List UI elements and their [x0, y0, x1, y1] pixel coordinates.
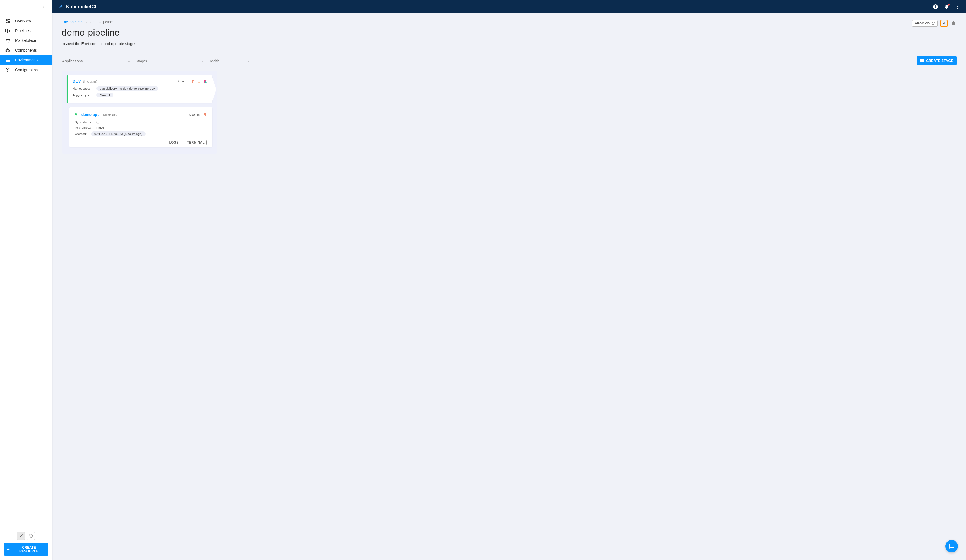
svg-rect-18 [923, 59, 924, 62]
sidebar-nav: Overview Pipelines Marketplace Component… [0, 13, 52, 529]
sidebar-item-label: Environments [15, 58, 39, 62]
breadcrumb-separator: / [86, 20, 87, 24]
stack-icon [4, 58, 12, 62]
cart-icon [4, 39, 12, 43]
sidebar-top: ‹ [0, 0, 52, 13]
notifications-button[interactable] [944, 4, 949, 10]
svg-point-8 [8, 41, 9, 43]
open-in-label: Open In: [177, 80, 188, 83]
sidebar-item-environments[interactable]: Environments [0, 55, 52, 65]
chevron-down-icon: ▼ [128, 60, 130, 63]
argo-cd-button[interactable]: ARGO CD [912, 20, 938, 26]
sidebar-item-label: Overview [15, 19, 31, 23]
sidebar-item-components[interactable]: Components [0, 45, 52, 55]
health-filter[interactable]: Health ▼ [208, 57, 251, 65]
svg-point-7 [7, 41, 8, 43]
page-title: demo-pipeline [62, 27, 138, 38]
kibana-icon[interactable] [204, 79, 207, 83]
svg-rect-17 [922, 59, 923, 62]
grafana-icon[interactable] [197, 79, 201, 83]
terminal-icon [207, 141, 207, 145]
sidebar-item-configuration[interactable]: Configuration [0, 65, 52, 75]
sidebar-collapse-icon[interactable]: ‹ [43, 4, 44, 10]
chat-icon [949, 543, 955, 549]
applications-filter[interactable]: Applications ▼ [62, 57, 131, 65]
breadcrumb-root[interactable]: Environments [62, 20, 83, 24]
plus-icon: ＋ [7, 547, 10, 552]
stage-panel: DEV (in-cluster) Open In: Namespace: edp… [62, 71, 217, 154]
health-filter-label: Health [209, 59, 219, 63]
create-resource-button[interactable]: ＋ CREATE RESOURCE [4, 543, 48, 556]
sidebar: ‹ Overview Pipelines Marketplace Compone… [0, 0, 53, 560]
svg-rect-1 [8, 19, 10, 20]
stage-card: DEV (in-cluster) Open In: Namespace: edp… [67, 76, 212, 103]
app-name[interactable]: demo-app [82, 112, 100, 117]
info-button[interactable]: i [933, 4, 938, 10]
sidebar-item-overview[interactable]: Overview [0, 16, 52, 26]
argo-cd-label: ARGO CD [915, 22, 930, 25]
sidebar-item-label: Pipelines [15, 28, 31, 33]
sidebar-item-label: Marketplace [15, 38, 36, 43]
app-build: build/NaN [104, 113, 117, 116]
logs-icon [181, 141, 181, 145]
more-menu-button[interactable] [955, 4, 960, 10]
brand[interactable]: KuberocketCI [58, 4, 96, 10]
sidebar-item-label: Components [15, 48, 37, 53]
chat-fab[interactable] [945, 540, 958, 552]
argo-icon[interactable] [203, 113, 207, 117]
dashboard-icon [4, 19, 12, 23]
chevron-down-icon: ▼ [248, 60, 250, 63]
svg-point-19 [192, 80, 194, 82]
heart-icon: ♥ [75, 112, 78, 117]
sidebar-item-label: Configuration [15, 67, 38, 72]
svg-point-15 [946, 8, 947, 9]
applications-filter-label: Applications [62, 59, 83, 63]
argo-icon[interactable] [191, 79, 194, 83]
svg-rect-4 [5, 30, 6, 32]
edit-button[interactable] [940, 20, 948, 27]
notification-dot [948, 4, 950, 6]
app-card: ♥ demo-app build/NaN Open In: Sync statu… [69, 107, 212, 147]
info-icon: i [933, 4, 938, 9]
namespace-value: edp-delivery-ms-dev-demo-pipeline-dev [97, 86, 158, 91]
svg-point-21 [204, 113, 206, 115]
sidebar-item-marketplace[interactable]: Marketplace [0, 36, 52, 45]
brush-button[interactable] [17, 532, 25, 540]
trigger-type-value: Manual [97, 93, 113, 97]
pipeline-icon [4, 29, 12, 33]
delete-button[interactable] [950, 20, 957, 26]
svg-rect-20 [192, 82, 193, 83]
create-stage-button[interactable]: CREATE STAGE [917, 56, 957, 65]
stages-filter[interactable]: Stages ▼ [135, 57, 204, 65]
svg-rect-2 [8, 21, 10, 23]
external-link-icon [932, 22, 935, 25]
trigger-type-label: Trigger Type: [72, 94, 94, 97]
created-label: Created: [75, 132, 88, 136]
page-description: Inspect the Environment and operate stag… [62, 41, 138, 46]
sidebar-bottom: ＋ CREATE RESOURCE [0, 529, 52, 560]
gear-icon [4, 67, 12, 72]
svg-rect-11 [6, 61, 10, 62]
terminal-button[interactable]: TERMINAL [187, 141, 207, 145]
svg-rect-3 [6, 22, 8, 23]
svg-rect-0 [6, 19, 8, 21]
svg-rect-22 [205, 115, 205, 116]
svg-rect-10 [6, 60, 10, 61]
columns-icon [920, 59, 924, 62]
create-resource-label: CREATE RESOURCE [12, 545, 46, 553]
k8s-button[interactable] [26, 532, 35, 540]
sidebar-item-pipelines[interactable]: Pipelines [0, 26, 52, 36]
svg-point-14 [30, 535, 31, 536]
svg-rect-6 [9, 30, 10, 32]
stage-name[interactable]: DEV [72, 79, 81, 84]
chevron-down-icon: ▼ [201, 60, 204, 63]
stages-filter-label: Stages [135, 59, 147, 63]
svg-rect-16 [920, 59, 921, 62]
trash-icon [951, 21, 955, 26]
logs-button[interactable]: LOGS [169, 141, 181, 145]
kebab-icon [957, 5, 958, 9]
topbar: KuberocketCI i [53, 0, 966, 13]
rocket-icon [58, 4, 63, 9]
brand-label: KuberocketCI [66, 4, 96, 10]
create-stage-label: CREATE STAGE [926, 59, 953, 63]
